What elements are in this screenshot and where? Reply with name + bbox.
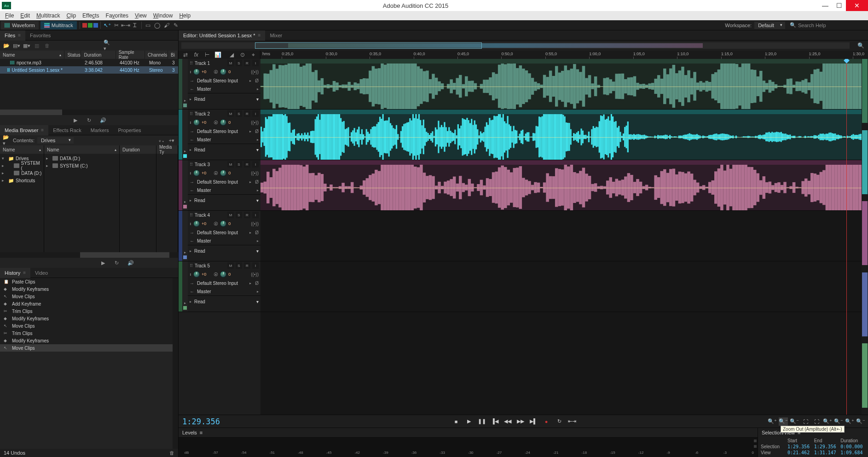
snap-to-icon[interactable]: ⌖ [249, 50, 257, 59]
selection-start[interactable]: 1:29.356 [787, 444, 812, 449]
media-col1-header[interactable]: Name▴ [0, 145, 44, 154]
files-h-scrollbar[interactable] [0, 110, 178, 115]
col-duration[interactable]: Duration [81, 51, 116, 59]
swatch-green[interactable] [88, 23, 93, 28]
track-input[interactable]: Default Stereo Input [197, 129, 248, 134]
menu-favorites[interactable]: Favorites [103, 12, 132, 19]
zoom-out-all-icon[interactable]: 🔍⁻ [856, 417, 865, 426]
zoom-selection-icon[interactable]: ⛶ [812, 417, 821, 426]
tracks-v-scrollbar[interactable] [862, 59, 868, 415]
files-list[interactable]: прости.mp32:46.50844100 HzMono3Untitled … [0, 59, 178, 110]
markers-tab[interactable]: Markers [86, 125, 114, 135]
timeline-ruler[interactable]: hms 0:25,00:30,00:35,00:40,00:45,00:50,0… [260, 51, 868, 59]
pan-value[interactable]: 0 [228, 120, 231, 125]
automation-expand-icon[interactable]: ▸ [190, 300, 191, 304]
pan-knob[interactable] [220, 119, 226, 126]
razor-tool-icon[interactable]: ✂ [112, 21, 121, 30]
nav-up-icon[interactable]: 📂▾ [3, 137, 10, 144]
record-button[interactable]: ● [542, 417, 550, 426]
menu-help[interactable]: Help [176, 12, 194, 19]
levels-meter[interactable]: dB-57-54-51-48-45-42-39-36-33-30-27-24-2… [179, 437, 758, 457]
s-button[interactable]: S [236, 161, 242, 168]
expand-track-icon[interactable]: ▸ [184, 250, 186, 255]
go-to-end-button[interactable]: ▶▌ [529, 417, 538, 426]
pan-value[interactable]: 0 [228, 171, 231, 175]
history-item[interactable]: ↖Move Clips [0, 322, 173, 330]
pan-knob[interactable] [220, 69, 226, 75]
m-button[interactable]: M [227, 110, 234, 117]
pan-value[interactable]: 0 [228, 69, 231, 74]
time-selection-tool-icon[interactable]: Ꮖ [130, 21, 139, 30]
automation-expand-icon[interactable]: ▸ [190, 148, 191, 152]
search-help[interactable]: 🔍 Search Help [790, 22, 863, 28]
s-button[interactable]: S [236, 60, 242, 66]
pan-value[interactable]: 0 [228, 221, 231, 226]
stereo-icon[interactable]: ((•)) [251, 69, 259, 75]
new-file-icon[interactable]: ▤▾ [13, 42, 20, 49]
drag-handle-icon[interactable]: ⠿ [190, 61, 193, 66]
auto-play-icon[interactable]: 🔊 [127, 259, 134, 266]
track-input[interactable]: Default Stereo Input [197, 230, 248, 235]
m-button[interactable]: M [227, 60, 234, 66]
import-icon[interactable]: ▦▾ [23, 42, 30, 49]
automation-menu-icon[interactable]: ▾ [256, 147, 259, 152]
panel-menu-icon[interactable]: ≡ [18, 33, 21, 38]
audio-clip[interactable] [260, 59, 862, 109]
history-item[interactable]: ◆Modify Keyframes [0, 285, 173, 293]
r-button[interactable]: R [244, 262, 250, 269]
zoom-fit-icon[interactable]: 🔍 [856, 41, 865, 50]
pan-value[interactable]: 0 [228, 272, 231, 277]
col-channels[interactable]: Channels [145, 51, 168, 59]
expand-track-icon[interactable]: ▸ [184, 149, 186, 153]
stop-button[interactable]: ■ [452, 417, 460, 426]
automation-menu-icon[interactable]: ▾ [256, 299, 259, 304]
r-button[interactable]: R [244, 161, 250, 168]
volume-knob[interactable] [193, 220, 200, 227]
media-col2-header[interactable]: Name▴ [44, 145, 119, 154]
volume-value[interactable]: +0 [202, 221, 206, 226]
contents-selector[interactable]: Drives [37, 137, 74, 144]
pause-button[interactable]: ❚❚ [478, 417, 486, 426]
eyedropper-icon[interactable]: ◢ [227, 50, 236, 59]
drag-handle-icon[interactable]: ⠿ [190, 213, 193, 218]
tree-item[interactable]: ▸DATA (D:) [44, 155, 119, 162]
expand-track-icon[interactable]: ▸ [184, 200, 186, 204]
m-button[interactable]: M [227, 161, 234, 168]
pan-knob[interactable] [220, 271, 226, 278]
volume-knob[interactable] [193, 170, 200, 176]
clip-indicator-l[interactable] [754, 440, 757, 442]
history-list[interactable]: 📋Paste Clips◆Modify Keyframes↖Move Clips… [0, 278, 173, 352]
media-h-scrollbar[interactable] [0, 252, 178, 258]
move-tool-icon[interactable]: ↖⁺ [103, 21, 112, 30]
automation-expand-icon[interactable]: ▸ [190, 97, 191, 101]
i-button[interactable]: I [252, 262, 259, 269]
menu-clip[interactable]: Clip [63, 12, 79, 19]
loop-icon[interactable]: ↻ [86, 116, 93, 124]
track-input[interactable]: Default Stereo Input [197, 281, 248, 286]
track-output[interactable]: Master [197, 289, 255, 294]
menu-file[interactable]: File [2, 12, 17, 19]
maximize-button[interactable]: ☐ [832, 0, 846, 11]
skip-selection-button[interactable]: ⇤⇥ [568, 417, 576, 426]
menu-effects[interactable]: Effects [79, 12, 102, 19]
automation-menu-icon[interactable]: ▾ [256, 97, 259, 102]
history-item[interactable]: ◆Modify Keyframes [0, 337, 173, 344]
history-item[interactable]: ◆Add Keyframe [0, 300, 173, 307]
history-item[interactable]: ✂Trim Clips [0, 307, 173, 315]
video-tab[interactable]: Video [30, 268, 52, 278]
navigator-window[interactable] [255, 42, 482, 49]
auto-play-icon[interactable]: 🔊 [99, 116, 107, 124]
track-lane[interactable] [260, 160, 862, 211]
menu-view[interactable]: View [132, 12, 150, 19]
go-to-start-button[interactable]: ▐◀ [491, 417, 499, 426]
filter-icon[interactable]: ⍖▾ [158, 137, 165, 144]
phase-icon[interactable]: Ø [255, 179, 259, 185]
open-file-icon[interactable]: 📂 [3, 42, 10, 49]
history-tab[interactable]: History≡ [0, 268, 30, 278]
drag-handle-icon[interactable]: ⠿ [190, 111, 193, 116]
spot-heal-tool-icon[interactable]: ✎ [171, 21, 180, 30]
i-button[interactable]: I [252, 60, 259, 66]
menu-edit[interactable]: Edit [17, 12, 33, 19]
phase-icon[interactable]: Ø [255, 78, 259, 83]
track-name[interactable]: Track 5 [195, 263, 226, 268]
